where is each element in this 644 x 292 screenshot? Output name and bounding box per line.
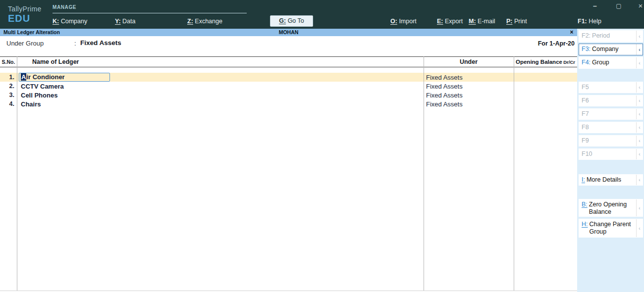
button-key: F2:: [582, 32, 590, 40]
sidebar-button-f9: F9 ‹: [579, 135, 643, 146]
menu-key: O:: [390, 18, 397, 25]
button-key: F10: [582, 150, 592, 158]
menu-label: Company: [61, 18, 88, 25]
menu-label: Exchange: [195, 18, 222, 25]
sidebar-button-f8: F8 ‹: [579, 122, 643, 133]
button-key: F5: [582, 84, 589, 91]
ledger-name-text: ir Condioner: [26, 73, 64, 81]
minimize-icon[interactable]: –: [589, 1, 601, 11]
menu-data[interactable]: Y: Data: [115, 18, 135, 25]
menu-key: K:: [53, 18, 59, 25]
edition-badge: EDU: [8, 13, 30, 24]
button-label: Company: [592, 46, 636, 53]
sidebar-button-f7: F7 ‹: [579, 108, 643, 120]
menu-label: Export: [445, 18, 463, 25]
manage-underline: [53, 13, 247, 13]
menu-email[interactable]: M: E-mail: [469, 18, 495, 25]
menu-help[interactable]: F1: Help: [578, 18, 601, 25]
ledger-row[interactable]: 1. Air Condioner Fixed Assets: [0, 73, 577, 82]
sidebar-button-more-details[interactable]: I: More Details ‹: [579, 174, 643, 186]
menu-label: Print: [514, 18, 527, 25]
menu-export[interactable]: E: Export: [437, 18, 463, 25]
header-bottom-rule: [0, 67, 577, 67]
chevron-left-icon: ‹: [636, 57, 643, 68]
chevron-left-icon: ‹: [636, 149, 643, 159]
sidebar-button-f5: F5 ‹: [579, 82, 643, 93]
header-sno: S.No.: [0, 59, 17, 65]
menu-label: E-mail: [478, 18, 495, 25]
menu-key: G:: [279, 16, 286, 26]
row-serial: 4.: [0, 100, 17, 107]
close-icon[interactable]: ×: [634, 1, 644, 11]
header-name-of-ledger: Name of Ledger: [17, 58, 424, 65]
screen-title-bar: MOHAN Multi Ledger Alteration ×: [0, 29, 577, 36]
column-divider: [424, 56, 424, 291]
app-logo: TallyPrime: [8, 5, 42, 13]
ledger-under-group: Fixed Assets: [424, 92, 514, 99]
button-key: F8: [582, 124, 589, 131]
menu-key: Z:: [187, 18, 193, 25]
ledger-under-group: Fixed Assets: [424, 74, 514, 81]
header-drcr-label: Dr/Cr: [563, 59, 575, 65]
period-value: For 1-Apr-20: [505, 40, 575, 47]
under-group-value[interactable]: Fixed Assets: [80, 39, 121, 47]
chevron-left-icon: ‹: [636, 44, 643, 55]
button-label: Change Parent Group: [590, 221, 636, 236]
menu-import[interactable]: O: Import: [390, 18, 417, 25]
header-opening-balance-label: Opening Balance: [516, 59, 562, 65]
button-key: F9: [582, 137, 589, 145]
menu-key: M:: [469, 18, 476, 25]
row-serial: 1.: [0, 74, 17, 81]
sidebar-button-group[interactable]: F4: Group ‹: [579, 57, 643, 69]
under-group-label: Under Group: [6, 40, 44, 47]
menu-label: Help: [589, 18, 601, 25]
header-under: Under: [424, 58, 514, 65]
column-divider: [514, 56, 514, 291]
chevron-left-icon: ‹: [636, 31, 643, 42]
ledger-row[interactable]: 4. Chairs Fixed Assets: [0, 99, 577, 108]
table-header-row: S.No. Name of Ledger Under Opening Balan…: [0, 57, 577, 67]
ledger-name-text[interactable]: Cell Phones: [17, 92, 424, 99]
ledger-under-group: Fixed Assets: [424, 100, 514, 108]
menu-key: P:: [506, 18, 513, 25]
menu-key: Y:: [115, 18, 121, 25]
chevron-left-icon: ‹: [636, 175, 643, 185]
company-name: MOHAN: [0, 29, 577, 35]
text-cursor: A: [21, 73, 26, 81]
menu-print[interactable]: P: Print: [506, 18, 527, 25]
menu-go-to[interactable]: G: Go To: [270, 15, 313, 27]
ledger-under-group: Fixed Assets: [424, 83, 514, 90]
header-top-rule: [0, 56, 577, 57]
button-label: Period: [592, 32, 636, 40]
sidebar-button-change-parent-group[interactable]: H: Change Parent Group ‹: [579, 219, 643, 238]
button-label: More Details: [587, 176, 636, 184]
button-key: I:: [582, 176, 585, 184]
ledger-row[interactable]: 3. Cell Phones Fixed Assets: [0, 91, 577, 99]
menu-label: Data: [122, 18, 135, 25]
ledger-row[interactable]: 2. CCTV Camera Fixed Assets: [0, 82, 577, 91]
menu-company[interactable]: K: Company: [53, 18, 87, 25]
sidebar-button-period: F2: Period ‹: [579, 30, 643, 42]
menu-exchange[interactable]: Z: Exchange: [187, 18, 222, 25]
under-group-colon: :: [74, 40, 76, 47]
ledger-name-text[interactable]: CCTV Camera: [17, 83, 424, 90]
ledger-name-text[interactable]: Chairs: [17, 100, 424, 108]
manage-section-label: MANAGE: [53, 4, 76, 10]
sidebar-button-f6: F6 ‹: [579, 95, 643, 106]
ledger-name-input[interactable]: Air Condioner: [17, 73, 424, 82]
chevron-left-icon: ‹: [636, 82, 643, 93]
button-key: H:: [582, 221, 588, 228]
screen-title: Multi Ledger Alteration: [3, 29, 60, 35]
chevron-left-icon: ‹: [636, 122, 643, 133]
menu-label: Go To: [288, 17, 304, 24]
button-label: Group: [592, 59, 636, 66]
chevron-left-icon: ‹: [636, 96, 643, 106]
button-label: Zero Opening Balance: [589, 201, 636, 216]
top-bar: TallyPrime EDU MANAGE K: Company Y: Data…: [0, 0, 644, 29]
name-edit-box[interactable]: Air Condioner: [19, 73, 110, 82]
screen-close-icon[interactable]: ×: [568, 29, 576, 36]
button-key: F7: [582, 110, 589, 118]
restore-icon[interactable]: ▢: [612, 1, 625, 11]
sidebar-button-zero-opening-balance[interactable]: B: Zero Opening Balance ‹: [579, 199, 643, 217]
sidebar-button-company[interactable]: F3: Company ‹: [579, 44, 643, 55]
